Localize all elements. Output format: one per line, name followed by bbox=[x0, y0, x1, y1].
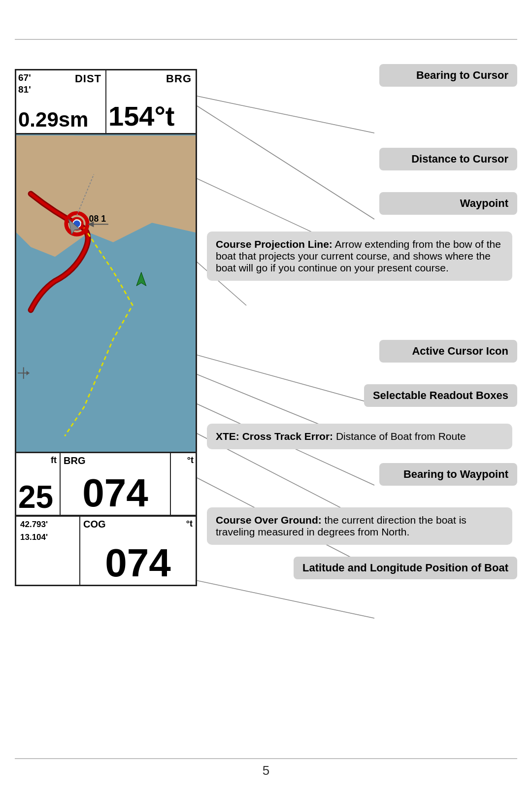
xte-bold: XTE: Cross Track Error: bbox=[216, 431, 333, 442]
dist-value: 0.29sm bbox=[18, 109, 103, 130]
distance-to-cursor-box: Distance to Cursor bbox=[379, 148, 517, 170]
ft-label: ft bbox=[51, 455, 57, 466]
active-cursor-icon-label: Active Cursor Icon bbox=[379, 340, 517, 363]
degree-label: °t bbox=[187, 455, 194, 466]
course-over-ground-label: Course Over Ground: the current directio… bbox=[207, 507, 517, 545]
bearing-to-cursor-label: Bearing to Cursor bbox=[379, 64, 517, 87]
lat-lon-text: Latitude and Longitude Position of Boat bbox=[302, 562, 508, 574]
brg-top-cell: BRG 154°t bbox=[106, 70, 196, 133]
selectable-readout-box: Selectable Readout Boxes bbox=[364, 384, 517, 407]
waypoint-text: Waypoint bbox=[460, 197, 508, 209]
bearing-to-cursor-box: Bearing to Cursor bbox=[379, 64, 517, 87]
active-cursor-icon-box: Active Cursor Icon bbox=[379, 340, 517, 363]
lat-value: 42.793' bbox=[20, 520, 75, 530]
xte-box: XTE: Cross Track Error: Distance of Boat… bbox=[207, 424, 512, 449]
waypoint-label: Waypoint bbox=[379, 192, 517, 215]
selectable-readout-label: Selectable Readout Boxes bbox=[364, 384, 517, 407]
coord2-label: 81' bbox=[18, 84, 31, 95]
ft-cell: ft 25 bbox=[16, 453, 61, 515]
cog-label: COG bbox=[83, 519, 106, 530]
readout-bottom-1: ft 25 BRG 074 °t bbox=[16, 452, 196, 516]
xte-label: XTE: Cross Track Error: Distance of Boat… bbox=[207, 424, 517, 449]
distance-to-cursor-label: Distance to Cursor bbox=[379, 148, 517, 170]
lat-lon-label: Latitude and Longitude Position of Boat bbox=[294, 557, 517, 579]
readout-bottom-2: 42.793' 13.104' COG °t 074 bbox=[16, 516, 196, 585]
chart-map: 08 1 bbox=[16, 134, 196, 452]
bearing-to-waypoint-box: Bearing to Waypoint bbox=[379, 463, 517, 486]
top-readout: 67' 81' DIST 0.29sm BRG 154°t bbox=[16, 70, 196, 134]
active-cursor-icon-text: Active Cursor Icon bbox=[412, 345, 508, 357]
dist-cell: 67' 81' DIST 0.29sm bbox=[16, 70, 106, 133]
course-projection-label: Course Projection Line: Arrow extending … bbox=[207, 232, 517, 281]
course-over-ground-bold: Course Over Ground: bbox=[216, 514, 322, 526]
dist-label: DIST bbox=[75, 72, 101, 85]
lat-lon-box: Latitude and Longitude Position of Boat bbox=[294, 557, 517, 579]
svg-text:08 1: 08 1 bbox=[89, 214, 106, 224]
xte-normal: Distance of Boat from Route bbox=[333, 431, 466, 442]
waypoint-box: Waypoint bbox=[379, 192, 517, 215]
chart-panel: 67' 81' DIST 0.29sm BRG 154°t bbox=[15, 69, 197, 586]
latlon-cell: 42.793' 13.104' bbox=[16, 517, 80, 585]
page-number: 5 bbox=[263, 763, 269, 778]
brg-top-value: 154°t bbox=[108, 102, 194, 130]
brg-bottom-label: BRG bbox=[64, 455, 85, 466]
cog-degree: °t bbox=[186, 519, 193, 529]
coord1-label: 67' bbox=[18, 72, 31, 83]
bearing-to-waypoint-label: Bearing to Waypoint bbox=[379, 463, 517, 486]
course-projection-bold: Course Projection Line: bbox=[216, 238, 332, 250]
brg-bottom-value: 074 bbox=[63, 473, 168, 513]
degree-cell: °t bbox=[171, 453, 196, 515]
svg-line-3 bbox=[197, 106, 374, 219]
cog-cell: COG °t 074 bbox=[80, 517, 196, 585]
bearing-to-cursor-text: Bearing to Cursor bbox=[416, 69, 508, 81]
distance-to-cursor-text: Distance to Cursor bbox=[411, 153, 508, 165]
course-projection-box: Course Projection Line: Arrow extending … bbox=[207, 232, 512, 281]
brg-bottom-cell: BRG 074 bbox=[61, 453, 171, 515]
selectable-readout-text: Selectable Readout Boxes bbox=[373, 389, 508, 401]
course-over-ground-box: Course Over Ground: the current directio… bbox=[207, 507, 512, 545]
cog-value: 074 bbox=[82, 543, 194, 583]
lon-value: 13.104' bbox=[20, 532, 75, 542]
bearing-to-waypoint-text: Bearing to Waypoint bbox=[403, 468, 508, 480]
ft-value: 25 bbox=[18, 481, 53, 513]
svg-line-2 bbox=[197, 96, 374, 133]
brg-top-label: BRG bbox=[166, 72, 192, 85]
